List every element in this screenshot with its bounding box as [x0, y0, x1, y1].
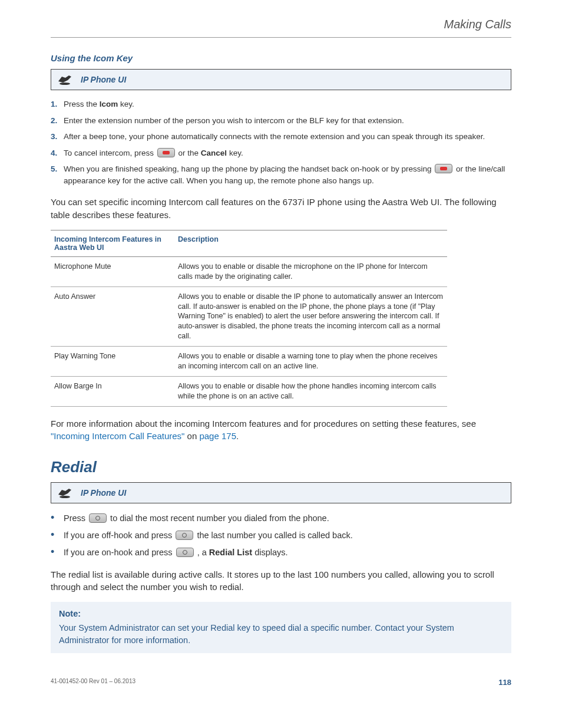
- doc-revision: 41-001452-00 Rev 01 – 06.2013: [51, 678, 135, 687]
- page-footer: 41-001452-00 Rev 01 – 06.2013 118: [51, 678, 511, 687]
- bullet-text-post: to dial the most recent number you diale…: [108, 513, 329, 523]
- feature-name: Microphone Mute: [51, 256, 174, 286]
- redial-bullets: • Press to dial the most recent number y…: [51, 512, 511, 560]
- phone-icon: [57, 73, 72, 86]
- table-row: Allow Barge InAllows you to enable or di…: [51, 376, 447, 406]
- chapter-title: Making Calls: [51, 18, 511, 31]
- redial-key-icon: [89, 513, 107, 523]
- bullet-text: Press: [64, 513, 88, 523]
- table-row: Microphone MuteAllows you to enable or d…: [51, 256, 447, 286]
- step-number: 2.: [51, 115, 64, 127]
- note-text: Your System Administrator can set your R…: [59, 622, 503, 646]
- step-text-post: key.: [227, 149, 243, 157]
- note-box: Note: Your System Administrator can set …: [51, 602, 511, 653]
- feature-desc: Allows you to enable or disable the IP p…: [174, 286, 447, 346]
- header-rule: [51, 37, 511, 38]
- table-row: Play Warning ToneAllows you to enable or…: [51, 347, 447, 377]
- step-bold: Icom: [100, 100, 118, 108]
- svg-point-0: [59, 83, 70, 85]
- intercom-outro: For more information about the incoming …: [51, 417, 511, 443]
- hangup-key-icon: [157, 148, 175, 157]
- step-2: 2. Enter the extension number of the per…: [51, 115, 511, 127]
- step-4: 4. To cancel intercom, press or the Canc…: [51, 147, 511, 159]
- table-header-description: Description: [174, 230, 447, 256]
- step-text: When you are finished speaking, hang up …: [64, 164, 434, 173]
- step-text-post: key.: [118, 100, 134, 108]
- section-heading-icom: Using the Icom Key: [51, 53, 511, 63]
- table-row: Auto AnswerAllows you to enable or disab…: [51, 286, 447, 346]
- link-incoming-intercom[interactable]: "Incoming Intercom Call Features": [51, 431, 184, 441]
- bullet-text: If you are on-hook and press: [64, 548, 175, 557]
- step-text-mid: or the: [176, 149, 201, 157]
- bullet-text-post: displays.: [252, 548, 287, 557]
- page-number: 118: [498, 678, 511, 687]
- step-text: Press the: [64, 100, 100, 108]
- intercom-features-table: Incoming Intercom Features in Aastra Web…: [51, 230, 447, 407]
- outro-post: .: [236, 431, 239, 441]
- redial-key-icon: [176, 548, 194, 557]
- outro-mid: on: [184, 431, 199, 441]
- bullet-2: • If you are off-hook and press the last…: [51, 529, 511, 542]
- redial-key-icon: [176, 531, 193, 540]
- ip-phone-ui-box-2: IP Phone UI: [51, 482, 511, 503]
- bullet-1: • Press to dial the most recent number y…: [51, 512, 511, 525]
- outro-text: For more information about the incoming …: [51, 419, 476, 429]
- hangup-key-icon: [435, 164, 452, 173]
- feature-name: Auto Answer: [51, 286, 174, 346]
- link-page-175[interactable]: page 175: [199, 431, 236, 441]
- redial-para: The redial list is available during acti…: [51, 568, 511, 594]
- step-number: 3.: [51, 131, 64, 143]
- feature-desc: Allows you to enable or disable a warnin…: [174, 347, 447, 377]
- bullet-dot: •: [51, 512, 64, 525]
- phone-icon: [57, 486, 72, 499]
- feature-name: Play Warning Tone: [51, 347, 174, 377]
- ui-box-label: IP Phone UI: [81, 488, 126, 498]
- step-text: To cancel intercom, press: [64, 149, 156, 157]
- step-number: 4.: [51, 147, 64, 159]
- feature-name: Allow Barge In: [51, 376, 174, 406]
- feature-desc: Allows you to enable or disable how the …: [174, 376, 447, 406]
- icom-steps-list: 1. Press the Icom key. 2. Enter the exte…: [51, 98, 511, 186]
- step-number: 5.: [51, 163, 64, 175]
- intercom-intro: You can set specific incoming Intercom c…: [51, 196, 511, 222]
- step-number: 1.: [51, 98, 64, 110]
- bullet-dot: •: [51, 546, 64, 559]
- step-text: Enter the extension number of the person…: [64, 115, 511, 127]
- feature-desc: Allows you to enable or disable the micr…: [174, 256, 447, 286]
- bullet-3: • If you are on-hook and press , a Redia…: [51, 546, 511, 559]
- bullet-bold: Redial List: [209, 548, 252, 557]
- ui-box-label: IP Phone UI: [81, 75, 126, 84]
- step-bold: Cancel: [201, 149, 227, 157]
- bullet-text-mid: , a: [195, 548, 209, 557]
- svg-point-1: [59, 496, 70, 498]
- step-3: 3. After a beep tone, your phone automat…: [51, 131, 511, 143]
- note-label: Note:: [59, 608, 503, 620]
- table-header-feature: Incoming Intercom Features in Aastra Web…: [51, 230, 174, 256]
- bullet-text: If you are off-hook and press: [64, 531, 174, 540]
- step-1: 1. Press the Icom key.: [51, 98, 511, 110]
- step-text: After a beep tone, your phone automatica…: [64, 131, 511, 143]
- section-heading-redial: Redial: [51, 458, 511, 476]
- step-5: 5. When you are finished speaking, hang …: [51, 163, 511, 186]
- ip-phone-ui-box-1: IP Phone UI: [51, 69, 511, 90]
- bullet-dot: •: [51, 529, 64, 542]
- bullet-text-post: the last number you called is called bac…: [194, 531, 352, 540]
